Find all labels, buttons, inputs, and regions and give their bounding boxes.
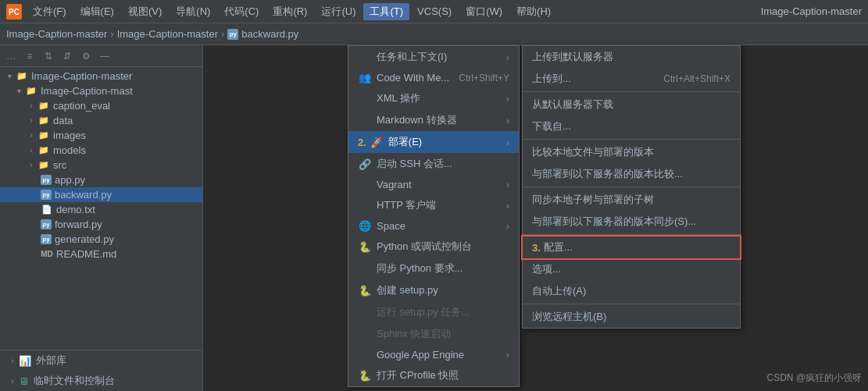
deploy-sync-server-label: 与部署到以下服务器的版本同步(S)...	[532, 215, 696, 229]
deploy-download-from[interactable]: 下载自...	[523, 116, 740, 137]
tree-item-root[interactable]: ▾ 📁 Image-Caption-master	[0, 69, 202, 84]
tree-item-readme[interactable]: › MD README.md	[0, 247, 202, 261]
menu-tools-createsetup[interactable]: 🐍 创建 setup.py	[348, 279, 519, 301]
tree-item-backward[interactable]: › py backward.py	[0, 187, 202, 202]
sidebar-btn-collapse[interactable]: —	[97, 48, 113, 64]
menu-tools-tasks[interactable]: 任务和上下文(I) ›	[348, 46, 519, 68]
deploy-auto-upload-label: 自动上传(A)	[532, 284, 586, 298]
tree-label-caption: caption_eval	[53, 100, 110, 112]
deploy-options[interactable]: 选项...	[523, 258, 740, 280]
breadcrumb-project[interactable]: Image-Caption-master	[117, 28, 218, 40]
breadcrumb-sep1: ›	[110, 28, 113, 40]
tree-item-generated[interactable]: › py generated.py	[0, 232, 202, 247]
tree-label-demo: demo.txt	[56, 204, 95, 215]
menu-tools-syncpy[interactable]: 同步 Python 要求...	[348, 258, 519, 279]
menu-help[interactable]: 帮助(H)	[510, 3, 557, 20]
py-icon-forward: py	[41, 219, 52, 229]
sidebar-temp-files[interactable]: › 🖥 临时文件和控制台	[0, 371, 202, 391]
txt-icon-demo: 📄	[41, 204, 53, 215]
deploy-sync-local[interactable]: 同步本地子树与部署的子树	[523, 189, 740, 211]
menu-window[interactable]: 窗口(W)	[459, 3, 509, 20]
breadcrumb-filename[interactable]: backward.py	[241, 28, 298, 40]
deploy-sync-local-label: 同步本地子树与部署的子树	[532, 193, 654, 207]
deploy-upload-to-shortcut: Ctrl+Alt+Shift+X	[663, 73, 730, 84]
menu-tools-codewithme-label: Code With Me...	[377, 72, 449, 84]
menu-tools-vagrant[interactable]: Vagrant ›	[348, 175, 519, 194]
folder-icon-src: 📁	[38, 160, 50, 171]
menu-tools[interactable]: 工具(T)	[363, 3, 409, 20]
tree-item-l1[interactable]: ▾ 📁 Image-Caption-mast	[0, 84, 202, 98]
app-logo: PC	[6, 4, 22, 20]
breadcrumb: Image-Caption-master › Image-Caption-mas…	[0, 23, 868, 45]
codewithme-shortcut: Ctrl+Shift+Y	[459, 73, 509, 84]
deploy-browse-remote-label: 浏览远程主机(B)	[532, 310, 606, 324]
tree-arrow-l1: ▾	[13, 87, 25, 95]
tree-item-data[interactable]: › 📁 data	[0, 113, 202, 128]
tree-label-generated: generated.py	[55, 233, 114, 245]
menu-tools-ssh[interactable]: 🔗 启动 SSH 会话...	[348, 153, 519, 175]
menu-file[interactable]: 文件(F)	[27, 3, 73, 20]
menu-vcs[interactable]: VCS(S)	[411, 4, 458, 19]
menu-tools-http[interactable]: HTTP 客户端 ›	[348, 194, 519, 216]
sidebar-external-lib[interactable]: › 📊 外部库	[0, 350, 202, 371]
deploy-step-badge: 2.	[358, 137, 366, 148]
deploy-download-default[interactable]: 从默认服务器下载	[523, 94, 740, 116]
deploy-compare-local[interactable]: 比较本地文件与部署的版本	[523, 141, 740, 163]
deploy-sync-server[interactable]: 与部署到以下服务器的版本同步(S)...	[523, 211, 740, 233]
menu-edit[interactable]: 编辑(E)	[74, 3, 120, 20]
deploy-upload-to-label: 上传到...	[532, 72, 571, 86]
menu-code[interactable]: 代码(C)	[218, 3, 265, 20]
folder-icon-l1: 📁	[25, 86, 38, 97]
markdown-arrow: ›	[506, 115, 509, 126]
deploy-submenu[interactable]: 上传到默认服务器 上传到... Ctrl+Alt+Shift+X 从默认服务器下…	[522, 45, 741, 329]
deploy-compare-server[interactable]: 与部署到以下服务器的版本比较...	[523, 163, 740, 185]
space-arrow: ›	[506, 220, 509, 232]
folder-icon-root: 📁	[16, 71, 28, 82]
menu-tools-xml[interactable]: XML 操作 ›	[348, 87, 519, 109]
menu-tools-markdown[interactable]: Markdown 转换器 ›	[348, 109, 519, 131]
tree-item-caption[interactable]: › 📁 caption_eval	[0, 98, 202, 113]
deploy-browse-remote[interactable]: 浏览远程主机(B)	[523, 306, 740, 328]
menu-navigate[interactable]: 导航(N)	[170, 3, 216, 20]
deploy-upload-to[interactable]: 上传到... Ctrl+Alt+Shift+X	[523, 68, 740, 90]
menu-run[interactable]: 运行(U)	[315, 3, 362, 20]
tree-item-models[interactable]: › 📁 models	[0, 143, 202, 158]
menu-tools-gae[interactable]: Google App Engine ›	[348, 345, 519, 364]
tree-item-demo[interactable]: › 📄 demo.txt	[0, 202, 202, 217]
menu-tools-deploy[interactable]: 2. 🚀 部署(E) ›	[348, 131, 519, 153]
svg-text:PC: PC	[9, 8, 20, 16]
sidebar-btn-menu[interactable]: ≡	[22, 48, 38, 64]
menu-tools-codewithme[interactable]: 👥 Code With Me... Ctrl+Shift+Y	[348, 68, 519, 87]
tree-item-images[interactable]: › 📁 images	[0, 128, 202, 143]
sidebar-btn-sort-asc[interactable]: ⇅	[41, 48, 56, 64]
menu-tools-cprofile[interactable]: 🐍 打开 CProfile 快照	[348, 364, 519, 386]
py-icon-generated: py	[41, 234, 52, 244]
menu-tools-space[interactable]: 🌐 Space ›	[348, 216, 519, 236]
breadcrumb-root[interactable]: Image-Caption-master	[6, 28, 107, 40]
deploy-arrow: ›	[506, 137, 509, 148]
menu-refactor[interactable]: 重构(R)	[266, 3, 313, 20]
tree-arrow-data: ›	[25, 116, 38, 125]
breadcrumb-sep2: ›	[221, 28, 224, 40]
menu-tools-tasks-label: 任务和上下文(I)	[377, 50, 447, 64]
sidebar-btn-settings[interactable]: ⚙	[78, 48, 94, 64]
tree-item-forward[interactable]: › py forward.py	[0, 217, 202, 232]
sidebar-btn-sort-desc[interactable]: ⇵	[59, 48, 75, 64]
deploy-upload-default[interactable]: 上传到默认服务器	[523, 46, 740, 68]
deploy-config[interactable]: 3. 配置...	[523, 236, 740, 258]
tree-item-src[interactable]: › 📁 src	[0, 158, 202, 172]
tree-item-app[interactable]: › py app.py	[0, 172, 202, 187]
menu-tools-pyconsole-label: Python 或调试控制台	[377, 240, 472, 254]
watermark: CSDN @疯狂的小强呀	[766, 371, 862, 385]
deploy-config-label: 配置...	[544, 240, 573, 254]
menu-view[interactable]: 视图(V)	[122, 3, 168, 20]
deploy-auto-upload[interactable]: 自动上传(A)	[523, 280, 740, 302]
menu-tools-createsetup-label: 创建 setup.py	[377, 283, 438, 297]
deploy-compare-server-label: 与部署到以下服务器的版本比较...	[532, 167, 683, 181]
sidebar-btn-dots[interactable]: …	[3, 48, 19, 64]
menu-tools-pyconsole[interactable]: 🐍 Python 或调试控制台	[348, 236, 519, 258]
gae-arrow: ›	[506, 349, 509, 361]
tools-menu[interactable]: 任务和上下文(I) › 👥 Code With Me... Ctrl+Shift…	[348, 45, 520, 387]
folder-icon-images: 📁	[38, 130, 50, 141]
menu-tools-cprofile-label: 打开 CProfile 快照	[377, 368, 459, 382]
